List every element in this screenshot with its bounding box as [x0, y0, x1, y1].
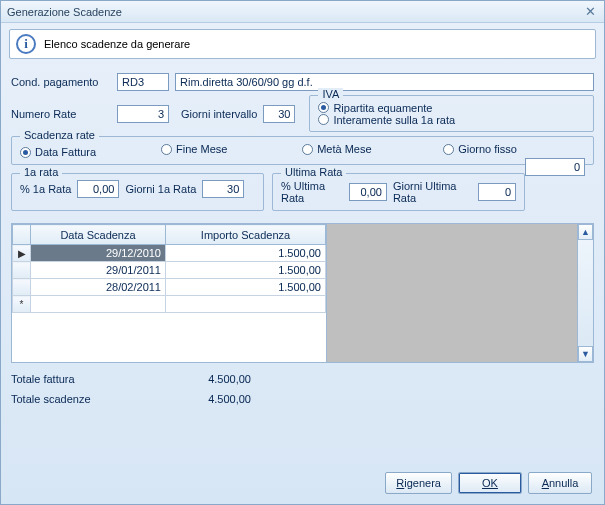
ok-button[interactable]: OK — [458, 472, 522, 494]
titlebar: Generazione Scadenze ✕ — [1, 1, 604, 23]
last-pct-input[interactable]: 0,00 — [349, 183, 387, 201]
first-pct-input[interactable]: 0,00 — [77, 180, 119, 198]
scadenze-grid[interactable]: Data Scadenza Importo Scadenza ▶ 29/12/2… — [11, 223, 594, 363]
radio-icon — [318, 114, 329, 125]
radio-icon — [20, 147, 31, 158]
vertical-scrollbar[interactable]: ▲ ▼ — [577, 224, 593, 362]
payment-code-input[interactable]: RD3 — [117, 73, 169, 91]
num-rates-label: Numero Rate — [11, 108, 111, 120]
payment-label: Cond. pagamento — [11, 76, 111, 88]
new-row-icon: * — [13, 296, 31, 313]
first-days-input[interactable]: 30 — [202, 180, 244, 198]
cell-date[interactable]: 29/01/2011 — [31, 262, 166, 279]
grid-empty-area — [327, 224, 577, 362]
total-due-value: 4.500,00 — [141, 393, 251, 405]
scroll-track[interactable] — [578, 240, 593, 346]
interval-input[interactable]: 30 — [263, 105, 295, 123]
radio-icon — [161, 144, 172, 155]
row-header-blank — [13, 225, 31, 245]
dialog-window: Generazione Scadenze ✕ i Elenco scadenze… — [0, 0, 605, 505]
last-pct-label: % Ultima Rata — [281, 180, 343, 204]
fixed-day-input[interactable]: 0 — [525, 158, 585, 176]
info-icon: i — [16, 34, 36, 54]
iva-legend: IVA — [318, 88, 343, 100]
scroll-up-icon[interactable]: ▲ — [578, 224, 593, 240]
table-row-new[interactable]: * — [13, 296, 326, 313]
regenerate-button[interactable]: Rigenera — [385, 472, 452, 494]
radio-icon — [318, 102, 329, 113]
scadenza-opt3-radio[interactable]: Metà Mese — [302, 143, 422, 155]
cell-date[interactable]: 29/12/2010 — [31, 245, 166, 262]
scadenza-legend: Scadenza rate — [20, 129, 99, 141]
last-days-input[interactable]: 0 — [478, 183, 516, 201]
cell-amount[interactable]: 1.500,00 — [166, 245, 326, 262]
col-date-header[interactable]: Data Scadenza — [31, 225, 166, 245]
first-rate-legend: 1a rata — [20, 166, 62, 178]
scadenza-opt1-radio[interactable]: Data Fattura — [20, 146, 140, 158]
col-amount-header[interactable]: Importo Scadenza — [166, 225, 326, 245]
table-row[interactable]: 29/01/2011 1.500,00 — [13, 262, 326, 279]
scadenza-opt4-radio[interactable]: Giorno fisso — [443, 143, 543, 155]
first-pct-label: % 1a Rata — [20, 183, 71, 195]
radio-icon — [443, 144, 454, 155]
first-days-label: Giorni 1a Rata — [125, 183, 196, 195]
cancel-button[interactable]: Annulla — [528, 472, 592, 494]
last-days-label: Giorni Ultima Rata — [393, 180, 472, 204]
num-rates-input[interactable]: 3 — [117, 105, 169, 123]
info-text: Elenco scadenze da generare — [44, 38, 190, 50]
radio-icon — [302, 144, 313, 155]
scadenza-opt2-radio[interactable]: Fine Mese — [161, 143, 281, 155]
iva-equal-radio[interactable]: Ripartita equamente — [318, 102, 432, 114]
info-bar: i Elenco scadenze da generare — [9, 29, 596, 59]
scroll-down-icon[interactable]: ▼ — [578, 346, 593, 362]
total-invoice-label: Totale fattura — [11, 373, 141, 385]
cell-date[interactable]: 28/02/2011 — [31, 279, 166, 296]
cell-amount[interactable]: 1.500,00 — [166, 262, 326, 279]
window-title: Generazione Scadenze — [7, 6, 122, 18]
last-rate-legend: Ultima Rata — [281, 166, 346, 178]
total-invoice-value: 4.500,00 — [141, 373, 251, 385]
close-icon[interactable]: ✕ — [582, 4, 598, 20]
iva-first-radio[interactable]: Interamente sulla 1a rata — [318, 114, 455, 126]
row-indicator-icon: ▶ — [13, 245, 31, 262]
total-due-label: Totale scadenze — [11, 393, 141, 405]
cell-amount[interactable]: 1.500,00 — [166, 279, 326, 296]
interval-label: Giorni intervallo — [181, 108, 257, 120]
table-row[interactable]: 28/02/2011 1.500,00 — [13, 279, 326, 296]
payment-desc-input[interactable]: Rim.diretta 30/60/90 gg d.f. — [175, 73, 594, 91]
table-row[interactable]: ▶ 29/12/2010 1.500,00 — [13, 245, 326, 262]
